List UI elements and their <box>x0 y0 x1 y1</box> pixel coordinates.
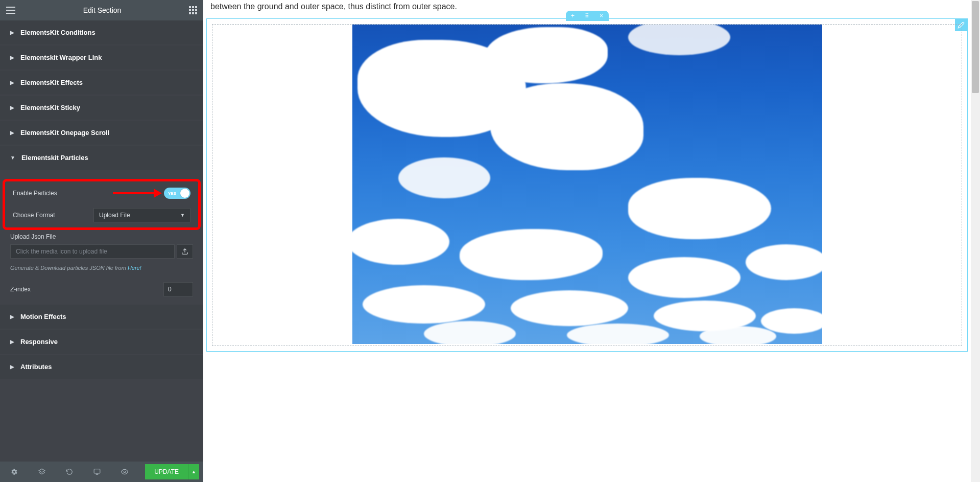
update-button[interactable]: UPDATE <box>145 464 188 479</box>
caret-right-icon: ▶ <box>10 55 14 60</box>
upload-icon <box>181 248 188 255</box>
caret-right-icon: ▶ <box>10 130 14 135</box>
sidebar-footer: UPDATE ▲ <box>0 462 203 482</box>
svg-marker-1 <box>39 469 45 472</box>
accordion-effects[interactable]: ▶ElementsKit Effects <box>0 71 203 95</box>
upload-json-input[interactable]: Click the media icon to upload file <box>10 244 175 259</box>
accordion-label: ElementsKit Conditions <box>20 29 95 36</box>
accordion-conditions[interactable]: ▶ElementsKit Conditions <box>0 20 203 44</box>
caret-right-icon: ▶ <box>10 80 14 85</box>
accordion-particles[interactable]: ▼Elementskit Particles <box>0 146 203 170</box>
accordion-attributes[interactable]: ▶Attributes <box>0 355 203 379</box>
scrollbar-thumb[interactable] <box>972 1 979 93</box>
upload-media-button[interactable] <box>177 244 193 259</box>
accordion-responsive[interactable]: ▶Responsive <box>0 330 203 354</box>
highlight-annotation: Enable Particles YES Choose Format <box>3 179 201 230</box>
navigator-icon[interactable] <box>32 462 52 482</box>
column-outline[interactable] <box>212 24 962 346</box>
toggle-knob <box>180 189 189 198</box>
hamburger-icon[interactable] <box>6 7 15 14</box>
accordion-label: ElementsKit Effects <box>20 79 83 86</box>
sidebar-header: Edit Section <box>0 0 203 20</box>
accordion-label: Elementskit Particles <box>21 154 88 162</box>
upload-placeholder: Click the media icon to upload file <box>16 248 107 255</box>
caret-right-icon: ▶ <box>10 105 14 110</box>
caret-down-icon: ▼ <box>10 155 15 160</box>
accordion-motion-effects[interactable]: ▶Motion Effects <box>0 305 203 329</box>
widgets-grid-icon[interactable] <box>189 6 197 14</box>
zindex-input[interactable] <box>163 282 193 296</box>
accordion-label: Motion Effects <box>20 313 66 320</box>
section-outline[interactable] <box>206 18 968 352</box>
caret-right-icon: ▶ <box>10 339 14 345</box>
enable-particles-label: Enable Particles <box>13 190 57 197</box>
upload-json-label: Upload Json File <box>10 233 193 240</box>
canvas: between the ground and outer space, thus… <box>203 0 971 482</box>
accordion-label: ElementsKit Sticky <box>20 104 80 111</box>
sidebar-panel: Edit Section ▶ElementsKit Conditions ▶El… <box>0 0 203 482</box>
caret-right-icon: ▶ <box>10 364 14 370</box>
caret-right-icon: ▶ <box>10 30 14 35</box>
sidebar-title: Edit Section <box>15 6 189 14</box>
toggle-state-label: YES <box>168 191 176 196</box>
zindex-label: Z-index <box>10 286 31 293</box>
accordion-label: Attributes <box>20 363 52 371</box>
select-value: Upload File <box>99 212 130 219</box>
update-dropdown-button[interactable]: ▲ <box>188 464 199 479</box>
choose-format-select[interactable]: Upload File ▼ <box>93 208 190 222</box>
particles-body: Enable Particles YES Choose Format <box>0 171 203 305</box>
history-icon[interactable] <box>59 462 80 482</box>
scrollbar-track[interactable] <box>971 0 980 482</box>
svg-point-5 <box>124 471 126 473</box>
sky-image <box>352 25 822 344</box>
settings-icon[interactable] <box>4 462 25 482</box>
hint-link[interactable]: Here! <box>128 265 141 271</box>
accordion-label: Responsive <box>20 338 58 346</box>
responsive-icon[interactable] <box>87 462 107 482</box>
accordion-sticky[interactable]: ▶ElementsKit Sticky <box>0 96 203 120</box>
preview-icon[interactable] <box>114 462 135 482</box>
chevron-down-icon: ▼ <box>180 213 185 218</box>
svg-rect-2 <box>94 469 100 473</box>
choose-format-label: Choose Format <box>13 212 55 219</box>
caret-right-icon: ▶ <box>10 314 14 319</box>
hint-text: Generate & Download particles JSON file … <box>10 265 193 271</box>
arrow-annotation <box>113 189 162 198</box>
accordion-list: ▶ElementsKit Conditions ▶Elementskit Wra… <box>0 20 203 462</box>
enable-particles-toggle[interactable]: YES <box>164 188 190 199</box>
accordion-label: Elementskit Wrapper Link <box>20 54 102 61</box>
accordion-wrapper-link[interactable]: ▶Elementskit Wrapper Link <box>0 45 203 70</box>
accordion-label: ElementsKit Onepage Scroll <box>20 129 109 136</box>
accordion-onepage-scroll[interactable]: ▶ElementsKit Onepage Scroll <box>0 121 203 145</box>
